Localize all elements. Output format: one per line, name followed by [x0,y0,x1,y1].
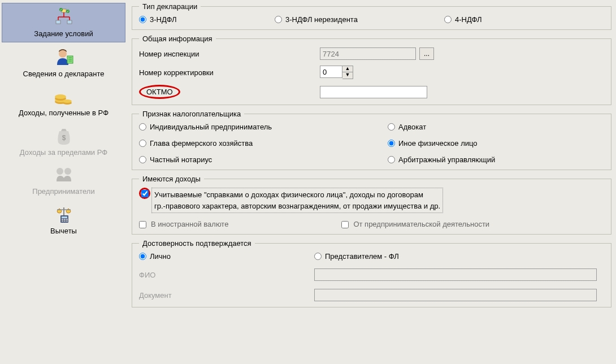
radio-label: Лично [150,252,171,261]
hierarchy-icon: ✓✓ [53,8,75,27]
person-icon [53,48,75,67]
nav-label: Сведения о декларанте [4,70,123,79]
nav-label: Предприниматели [4,187,123,196]
svg-rect-28 [62,220,63,222]
svg-rect-29 [64,220,66,222]
taxpayer-group: Признак налогоплательщика Индивидуальный… [132,110,611,170]
scale-calc-icon [53,205,75,224]
sidebar: ✓✓ Задание условий Сведения о декларанте… [0,0,127,364]
income-foreign-label: В иностранной валюте [151,220,228,228]
radio-label: 4-НДФЛ [455,15,481,24]
oktmo-input[interactable] [320,86,427,98]
general-info-group: Общая информация Номер инспекции ... Ном… [132,34,611,105]
declaration-type-group: Тип декларации 3-НДФЛ 3-НДФЛ нерезидента… [132,2,611,30]
oktmo-highlight: ОКТМО [139,85,180,99]
svg-point-15 [55,94,66,99]
radio-label: Адвокат [398,123,426,131]
fio-label: ФИО [139,271,314,279]
svg-text:✓: ✓ [67,10,69,13]
radio-personally[interactable] [139,253,146,260]
radio-3ndfl[interactable] [139,16,146,23]
nav-conditions[interactable]: ✓✓ Задание условий [2,3,125,42]
radio-other-person[interactable] [388,140,395,147]
nav-label: Доходы, полученные в РФ [4,109,123,118]
svg-rect-27 [66,219,68,220]
nav-income-rf[interactable]: Доходы, полученные в РФ [2,83,125,121]
doc-label: Документ [139,291,314,300]
svg-rect-2 [67,20,72,24]
svg-rect-24 [62,216,67,218]
main-panel: Тип декларации 3-НДФЛ 3-НДФЛ нерезидента… [127,0,616,364]
income-main-text: Учитываемые "справками о доходах физичес… [151,188,443,213]
radio-advocate[interactable] [388,123,395,131]
nav-label: Вычеты [4,227,123,236]
fio-input [314,268,597,281]
radio-farm-head[interactable] [139,140,146,147]
oktmo-label: ОКТМО [146,88,173,96]
income-main-checkbox[interactable] [141,190,149,197]
income-entrepreneur-label: От предпринимательской деятельности [353,220,489,228]
svg-point-17 [63,99,72,103]
nav-entrepreneurs: Предприниматели [2,161,125,200]
inspection-browse-button[interactable]: ... [419,47,434,60]
radio-4ndfl[interactable] [444,16,452,23]
svg-point-19 [57,168,63,175]
income-main-highlight [139,188,150,199]
trust-group: Достоверность подтверждается Лично Предс… [132,239,611,307]
radio-label: Индивидуальный предприниматель [150,123,272,131]
spinner-down-button[interactable]: ▼ [342,72,353,79]
income-foreign-checkbox[interactable] [139,221,146,228]
legend: Тип декларации [139,2,201,11]
radio-3ndfl-nonres[interactable] [275,16,282,23]
radio-label: Иное физическое лицо [398,139,478,148]
radio-label: 3-НДФЛ нерезидента [285,15,358,24]
svg-rect-25 [62,219,63,220]
radio-label: Арбитражный управляющий [398,155,495,164]
radio-ip[interactable] [139,123,146,131]
nav-label: Задание условий [5,29,123,38]
radio-representative[interactable] [314,253,322,260]
radio-label: 3-НДФЛ [150,15,176,24]
legend: Имеются доходы [139,175,204,183]
radio-label: Частный нотариус [150,155,212,164]
nav-income-foreign: $ Доходы за пределами РФ [2,122,125,161]
svg-point-20 [64,168,71,175]
nav-deductions[interactable]: Вычеты [2,201,125,239]
svg-rect-30 [66,220,68,222]
inspection-label: Номер инспекции [139,50,252,58]
radio-label: Глава фермерского хозяйства [150,139,253,148]
radio-label: Представителем - ФЛ [325,252,399,261]
income-entrepreneur-checkbox[interactable] [341,221,349,228]
nav-label: Доходы за пределами РФ [4,148,123,157]
radio-arbitrator[interactable] [388,156,395,163]
svg-text:$: $ [62,134,66,142]
money-bag-icon: $ [53,127,75,146]
doc-input [314,289,597,301]
income-group: Имеются доходы Учитываемые "справками о … [132,175,611,235]
correction-input[interactable] [320,66,342,78]
handshake-icon [53,166,75,185]
svg-rect-26 [64,219,66,220]
correction-label: Номер корректировки [139,68,252,77]
legend: Достоверность подтверждается [139,239,255,248]
legend: Признак налогоплательщика [139,110,244,118]
svg-rect-1 [56,20,60,24]
inspection-input [320,47,416,60]
legend: Общая информация [139,34,216,43]
nav-declarant[interactable]: Сведения о декларанте [2,44,125,82]
coins-icon [53,87,75,106]
svg-text:✓: ✓ [60,8,62,11]
radio-notary[interactable] [139,156,146,163]
